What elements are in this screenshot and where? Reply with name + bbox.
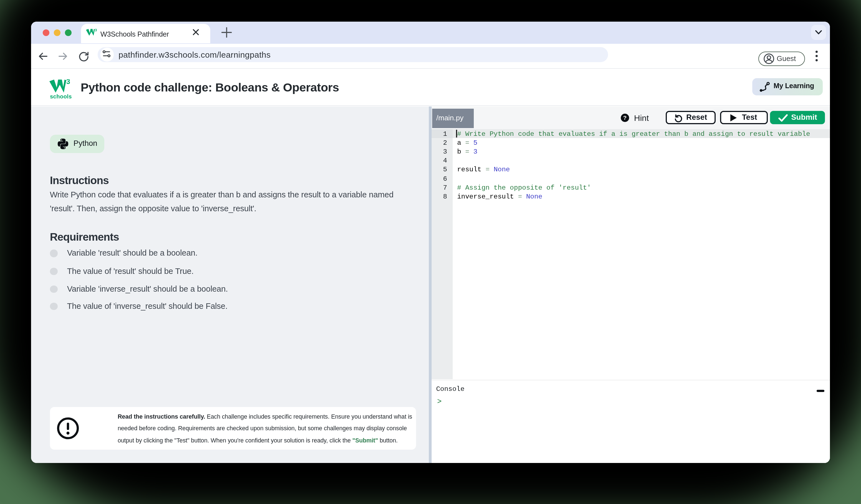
svg-text:3: 3 bbox=[66, 79, 70, 85]
svg-text:3: 3 bbox=[95, 28, 97, 32]
svg-text:?: ? bbox=[623, 114, 627, 121]
svg-text:schools: schools bbox=[50, 93, 72, 99]
